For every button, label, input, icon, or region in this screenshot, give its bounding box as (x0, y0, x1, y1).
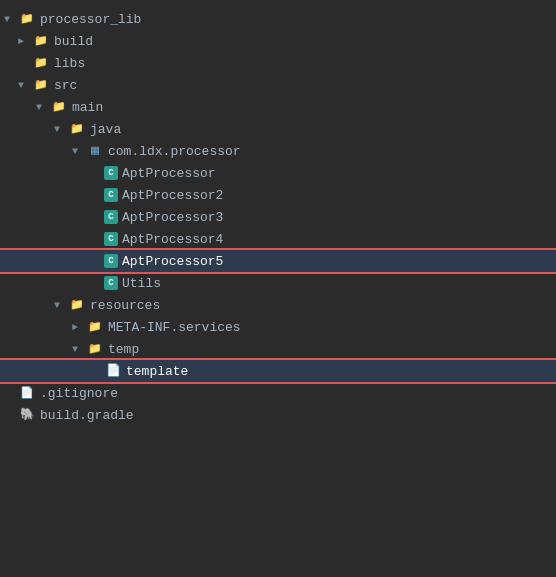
tree-item-root[interactable]: ▼ 📁 processor_lib (0, 8, 556, 30)
item-label: build (54, 34, 93, 49)
file-tree: ▼ 📁 processor_lib ► 📁 build 📁 libs ▼ 📁 s… (0, 0, 556, 434)
file-icon: 📄 (104, 363, 122, 379)
tree-item-aptprocessor[interactable]: C AptProcessor (0, 162, 556, 184)
arrow-icon: ▼ (4, 14, 18, 25)
tree-item-libs[interactable]: 📁 libs (0, 52, 556, 74)
item-label: META-INF.services (108, 320, 241, 335)
folder-icon: 📁 (32, 55, 50, 71)
tree-item-temp[interactable]: ▼ 📁 temp (0, 338, 556, 360)
arrow-icon: ► (18, 36, 32, 47)
tree-item-buildgradle[interactable]: 🐘 build.gradle (0, 404, 556, 426)
item-label: java (90, 122, 121, 137)
folder-blue-icon: 📁 (68, 121, 86, 137)
item-label: build.gradle (40, 408, 134, 423)
tree-item-aptprocessor5[interactable]: C AptProcessor5 (0, 250, 556, 272)
arrow-icon: ► (72, 322, 86, 333)
item-label: src (54, 78, 77, 93)
class-icon: C (104, 166, 118, 180)
item-label: .gitignore (40, 386, 118, 401)
tree-item-aptprocessor4[interactable]: C AptProcessor4 (0, 228, 556, 250)
arrow-icon: ▼ (36, 102, 50, 113)
tree-item-main[interactable]: ▼ 📁 main (0, 96, 556, 118)
item-label: processor_lib (40, 12, 141, 27)
folder-icon: 📁 (86, 319, 104, 335)
class-icon: C (104, 232, 118, 246)
item-label: AptProcessor2 (122, 188, 223, 203)
arrow-icon: ▼ (18, 80, 32, 91)
tree-item-aptprocessor3[interactable]: C AptProcessor3 (0, 206, 556, 228)
item-label: main (72, 100, 103, 115)
item-label: temp (108, 342, 139, 357)
class-icon: C (104, 254, 118, 268)
class-icon: C (104, 276, 118, 290)
item-label: Utils (122, 276, 161, 291)
tree-item-java[interactable]: ▼ 📁 java (0, 118, 556, 140)
tree-item-metainf[interactable]: ► 📁 META-INF.services (0, 316, 556, 338)
folder-icon: 📁 (18, 11, 36, 27)
folder-icon: 📁 (32, 33, 50, 49)
item-label: resources (90, 298, 160, 313)
tree-item-template[interactable]: 📄 template (0, 360, 556, 382)
class-icon: C (104, 210, 118, 224)
tree-item-aptprocessor2[interactable]: C AptProcessor2 (0, 184, 556, 206)
gradle-icon: 🐘 (18, 407, 36, 423)
folder-icon: 📁 (32, 77, 50, 93)
item-label: AptProcessor5 (122, 254, 223, 269)
tree-item-build[interactable]: ► 📁 build (0, 30, 556, 52)
tree-item-resources[interactable]: ▼ 📁 resources (0, 294, 556, 316)
item-label: libs (54, 56, 85, 71)
class-icon: C (104, 188, 118, 202)
folder-icon: 📁 (86, 341, 104, 357)
item-label: AptProcessor3 (122, 210, 223, 225)
item-label: AptProcessor (122, 166, 216, 181)
package-icon: ▦ (86, 143, 104, 159)
gitignore-icon: 📄 (18, 385, 36, 401)
arrow-icon: ▼ (72, 344, 86, 355)
tree-item-package[interactable]: ▼ ▦ com.ldx.processor (0, 140, 556, 162)
tree-item-utils[interactable]: C Utils (0, 272, 556, 294)
tree-item-src[interactable]: ▼ 📁 src (0, 74, 556, 96)
folder-blue-icon: 📁 (68, 297, 86, 313)
arrow-icon: ▼ (54, 124, 68, 135)
arrow-icon: ▼ (72, 146, 86, 157)
folder-icon: 📁 (50, 99, 68, 115)
tree-item-gitignore[interactable]: 📄 .gitignore (0, 382, 556, 404)
arrow-icon: ▼ (54, 300, 68, 311)
item-label: template (126, 364, 188, 379)
item-label: AptProcessor4 (122, 232, 223, 247)
item-label: com.ldx.processor (108, 144, 241, 159)
